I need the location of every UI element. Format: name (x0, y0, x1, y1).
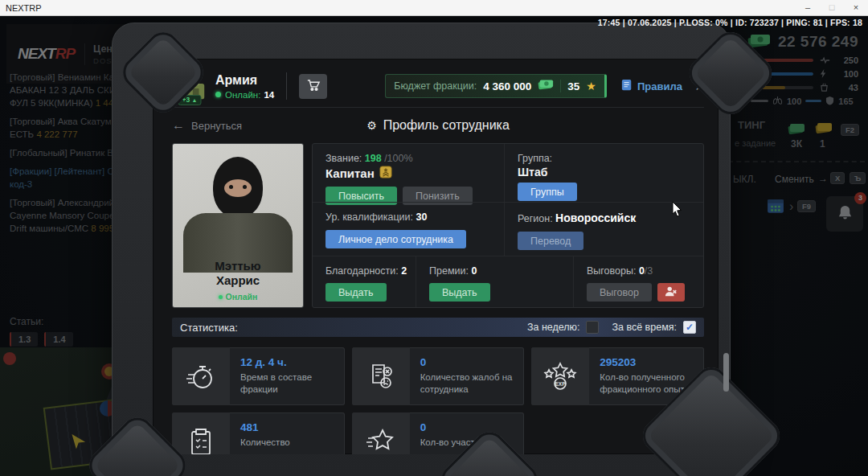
stat-card-count: 481 Количество (172, 412, 345, 454)
participation-star-icon (352, 412, 410, 454)
reprimands-cell: Выговоры: 0/3 Выговор (573, 256, 703, 307)
week-filter: За неделю: (527, 321, 600, 334)
window-titlebar: NEXTRP – □ × (0, 0, 868, 16)
thanks-cell: Благодарности: 2 Выдать (313, 256, 416, 307)
money-icon (538, 79, 554, 93)
group-value: Штаб (518, 166, 697, 178)
group-cell: Группа: Штаб Группы (504, 144, 703, 205)
statistics-header: Статистика: За неделю: За всё время: ✓ (172, 318, 704, 337)
week-checkbox[interactable] (586, 321, 599, 334)
budget-label: Бюджет фракции: (394, 80, 477, 92)
rules-button[interactable]: Правила (621, 79, 682, 94)
employee-name: Мэттью Харрис (173, 259, 303, 288)
statistics-label: Статистика: (180, 322, 238, 334)
budget-stars: 35 (567, 80, 579, 92)
up-triangle-icon: ▲ (192, 97, 198, 103)
reprimand-button[interactable]: Выговор (587, 283, 652, 302)
maximize-icon[interactable]: □ (820, 0, 844, 15)
scrollbar-thumb[interactable] (723, 353, 729, 392)
cart-icon (305, 77, 321, 95)
stat-card-time: 12 д. 4 ч. Время в составе фракции (172, 347, 345, 405)
nav-row: ← Вернуться ⚙ Профиль сотрудника (172, 113, 704, 138)
bonus-cell: Премии: 0 Выдать (416, 256, 573, 307)
divider (286, 72, 287, 100)
complaints-icon (352, 347, 410, 405)
dossier-button[interactable]: Личное дело сотрудника (326, 230, 466, 248)
divider (172, 107, 704, 108)
faction-name: Армия (215, 73, 274, 88)
employee-details: Звание: 198 /100% Капитан Повысить Пониз… (312, 143, 704, 308)
close-icon[interactable]: × (844, 0, 868, 15)
rules-book-icon (621, 79, 633, 94)
rank-insignia-icon (379, 166, 392, 181)
employee-photo: Мэттью Харрис Онлайн (172, 143, 304, 308)
gear-icon: ⚙ (366, 119, 377, 132)
window-title: NEXTRP (0, 3, 796, 13)
rank-cell: Звание: 198 /100% Капитан Повысить Пониз… (313, 144, 504, 205)
page-title: ⚙ Профиль сотрудника (366, 118, 510, 133)
faction-shop-button[interactable] (299, 74, 327, 99)
server-status-line: 17:45 | 07.06.2025 | P.LOSS: 0% | ID: 72… (598, 18, 862, 27)
region-value: Новороссийск (555, 211, 636, 224)
grant-bonus-button[interactable]: Выдать (429, 283, 490, 302)
online-dot (219, 295, 223, 299)
minimize-icon[interactable]: – (796, 0, 820, 15)
faction-panel: +3 ▲ Армия Онлайн:14 Бюджет фракции: 4 3… (153, 59, 719, 454)
stat-cards-grid: 12 д. 4 ч. Время в составе фракции 0 Кол… (172, 347, 704, 454)
faction-header: +3 ▲ Армия Онлайн:14 Бюджет фракции: 4 3… (172, 67, 704, 105)
online-dot (215, 92, 221, 97)
faction-online: Онлайн:14 (215, 90, 274, 100)
faction-budget: Бюджет фракции: 4 360 000 35 ★ (385, 74, 607, 98)
star-icon: ★ (586, 80, 596, 92)
svg-text:EXP: EXP (555, 381, 567, 387)
clipboard-icon (172, 412, 230, 454)
fire-employee-icon (664, 285, 678, 300)
groups-button[interactable]: Группы (518, 183, 577, 201)
grant-thanks-button[interactable]: Выдать (326, 283, 387, 302)
rank-name: Капитан (326, 166, 375, 180)
stopwatch-icon (172, 347, 230, 405)
back-button[interactable]: ← Вернуться (172, 118, 242, 133)
alltime-checkbox[interactable]: ✓ (683, 321, 696, 334)
employee-status: Онлайн (173, 292, 303, 302)
transfer-button[interactable]: Перевод (518, 232, 583, 250)
exp-stars-icon: EXP (531, 347, 589, 405)
mouse-cursor (672, 201, 685, 222)
employee-profile: Мэттью Харрис Онлайн Звание: 198 /100% К… (172, 143, 704, 308)
game-viewport: 17:45 | 07.06.2025 | P.LOSS: 0% | ID: 72… (0, 16, 868, 476)
alltime-filter: За всё время: ✓ (612, 321, 696, 334)
budget-amount: 4 360 000 (483, 80, 531, 92)
divider (560, 80, 561, 92)
faction-tablet: +3 ▲ Армия Онлайн:14 Бюджет фракции: 4 3… (112, 23, 731, 476)
check-icon: ✓ (686, 322, 694, 333)
back-arrow-icon: ← (172, 118, 185, 133)
stat-card-complaints: 0 Количество жалоб на сотрудника (352, 347, 525, 405)
qualification-cell: Ур. квалификации: 30 Личное дело сотрудн… (313, 203, 504, 256)
fire-employee-button[interactable] (657, 283, 685, 302)
